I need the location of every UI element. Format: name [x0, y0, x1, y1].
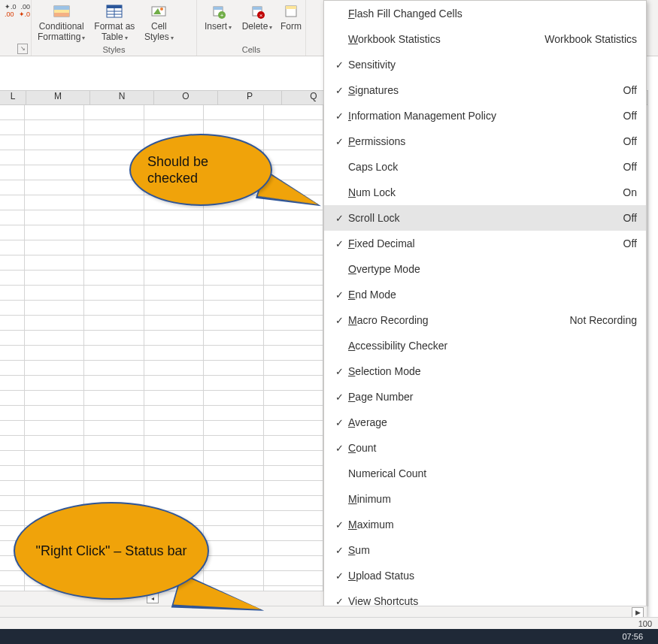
cell[interactable]	[84, 240, 144, 255]
cell[interactable]	[204, 406, 263, 420]
statusbar-menu-item[interactable]: Workbook StatisticsWorkbook Statistics	[324, 26, 646, 52]
cell[interactable]	[0, 496, 25, 510]
cell[interactable]	[25, 436, 84, 450]
statusbar-menu-item[interactable]: Num LockOn	[324, 180, 646, 205]
cell[interactable]	[264, 556, 323, 570]
grid-row[interactable]	[0, 451, 323, 466]
cell[interactable]	[204, 436, 263, 450]
cell[interactable]	[264, 541, 323, 555]
statusbar-menu-item[interactable]: Accessibility Checker	[324, 333, 646, 358]
cell[interactable]	[264, 316, 323, 330]
status-bar[interactable]: 100	[0, 617, 658, 629]
cell[interactable]	[204, 271, 263, 285]
cell[interactable]	[204, 316, 263, 330]
grid-row[interactable]	[0, 346, 323, 361]
cell[interactable]	[264, 271, 323, 285]
cell[interactable]	[25, 105, 84, 119]
delete-button[interactable]: × Delete	[239, 2, 275, 33]
cell[interactable]	[204, 240, 263, 255]
cell[interactable]	[84, 120, 144, 135]
cell[interactable]	[0, 165, 25, 180]
grid-row[interactable]	[0, 391, 323, 406]
cell[interactable]	[0, 120, 25, 135]
cell[interactable]	[25, 331, 84, 345]
cell[interactable]	[204, 541, 263, 555]
cell[interactable]	[264, 331, 323, 345]
cell[interactable]	[84, 286, 144, 300]
cell[interactable]	[264, 361, 323, 375]
col-header[interactable]: N	[90, 91, 154, 104]
cell[interactable]	[0, 376, 25, 390]
cell[interactable]	[264, 225, 323, 240]
cell[interactable]	[264, 496, 323, 510]
cell[interactable]	[264, 135, 323, 150]
cell[interactable]	[144, 451, 204, 465]
cell[interactable]	[84, 105, 144, 119]
grid-row[interactable]	[0, 361, 323, 376]
cell[interactable]	[84, 481, 144, 495]
cell[interactable]	[264, 346, 323, 360]
grid-row[interactable]	[0, 406, 323, 421]
cell[interactable]	[25, 271, 84, 285]
cell[interactable]	[25, 195, 84, 210]
statusbar-menu-item[interactable]: ✓Sum	[324, 537, 646, 563]
scroll-right-icon[interactable]: ▶	[632, 607, 644, 618]
windows-taskbar[interactable]: 07:56	[0, 629, 658, 644]
cell[interactable]	[144, 316, 204, 330]
format-as-table-button[interactable]: Format as Table	[91, 2, 138, 44]
cell[interactable]	[84, 225, 144, 240]
cell[interactable]	[144, 481, 204, 495]
cell[interactable]	[84, 316, 144, 330]
cell[interactable]	[264, 120, 323, 135]
cell[interactable]	[144, 271, 204, 285]
statusbar-menu-item[interactable]: ✓Average	[324, 410, 646, 435]
cell[interactable]	[144, 105, 204, 119]
grid-row[interactable]	[0, 225, 323, 240]
cell[interactable]	[0, 301, 25, 315]
col-header[interactable]: O	[154, 91, 218, 104]
statusbar-menu-item[interactable]: Overtype Mode	[324, 256, 646, 282]
cell[interactable]	[144, 421, 204, 435]
cell[interactable]	[84, 466, 144, 480]
cell[interactable]	[25, 346, 84, 360]
statusbar-menu-item[interactable]: ✓Count	[324, 435, 646, 461]
cell[interactable]	[0, 286, 25, 300]
cell[interactable]	[84, 451, 144, 465]
cell[interactable]	[0, 571, 25, 585]
cell[interactable]	[0, 316, 25, 330]
grid-row[interactable]	[0, 331, 323, 346]
cell[interactable]	[84, 331, 144, 345]
statusbar-menu-item[interactable]: ✓Sensitivity	[324, 52, 646, 77]
cell[interactable]	[0, 511, 25, 525]
cell[interactable]	[204, 376, 263, 390]
cell[interactable]	[84, 195, 144, 210]
cell[interactable]	[264, 466, 323, 480]
cell[interactable]	[0, 361, 25, 375]
cell[interactable]	[144, 210, 204, 225]
cell[interactable]	[84, 271, 144, 285]
cell[interactable]	[84, 301, 144, 315]
statusbar-menu-item[interactable]: ✓Scroll LockOff	[324, 205, 646, 231]
cell[interactable]	[264, 376, 323, 390]
cell[interactable]	[144, 466, 204, 480]
grid-row[interactable]	[0, 210, 323, 225]
cell[interactable]	[204, 301, 263, 315]
cell[interactable]	[25, 301, 84, 315]
cell[interactable]	[264, 240, 323, 255]
cell[interactable]	[204, 556, 263, 570]
cell[interactable]	[204, 511, 263, 525]
cell[interactable]	[25, 421, 84, 435]
cell[interactable]	[0, 255, 25, 270]
cell[interactable]	[0, 481, 25, 495]
statusbar-menu-item[interactable]: ✓Information Management PolicyOff	[324, 103, 646, 128]
cell[interactable]	[0, 240, 25, 255]
statusbar-menu-item[interactable]: ✓Page Number	[324, 384, 646, 410]
cell[interactable]	[25, 225, 84, 240]
cell[interactable]	[25, 361, 84, 375]
cell[interactable]	[25, 376, 84, 390]
statusbar-menu-item[interactable]: ✓Maximum	[324, 512, 646, 537]
cell[interactable]	[144, 255, 204, 270]
cell[interactable]	[204, 286, 263, 300]
statusbar-menu-item[interactable]: Minimum	[324, 486, 646, 512]
cell[interactable]	[264, 391, 323, 405]
